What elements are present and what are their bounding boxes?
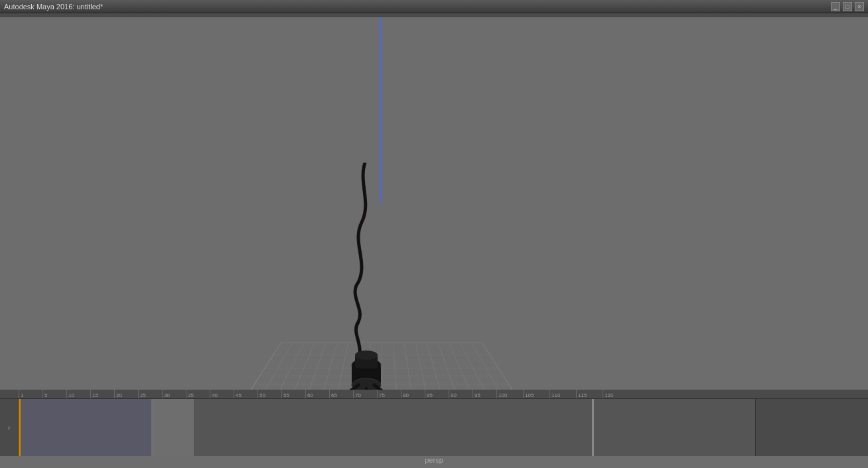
tick-60: 60 (305, 390, 313, 399)
tick-40: 40 (210, 390, 218, 399)
minimize-button[interactable]: _ (831, 2, 840, 11)
tick-100: 100 (496, 390, 507, 399)
time-content: ♪ (0, 399, 868, 456)
tick-50: 50 (257, 390, 265, 399)
time-tracks[interactable] (19, 399, 755, 456)
time-left-controls: ♪ (0, 399, 19, 456)
timeline-range (19, 399, 153, 456)
tick-5: 5 (42, 390, 47, 399)
timeline: 1 5 10 15 20 25 30 35 40 45 50 55 60 65 … (0, 390, 868, 456)
tick-110: 110 (549, 390, 560, 399)
keyframe-range (151, 399, 194, 456)
time-right-controls (755, 399, 868, 456)
tick-35: 35 (186, 390, 194, 399)
end-frame-marker (592, 399, 594, 456)
titlebar: Autodesk Maya 2016: untitled* _ □ × (0, 0, 868, 13)
tick-55: 55 (281, 390, 289, 399)
tick-45: 45 (234, 390, 242, 399)
tick-85: 85 (425, 390, 433, 399)
tick-105: 105 (523, 390, 534, 399)
tick-25: 25 (138, 390, 146, 399)
tick-120: 120 (603, 390, 613, 399)
close-button[interactable]: × (855, 2, 864, 11)
maximize-button[interactable]: □ (843, 2, 852, 11)
persp-label: persp (425, 456, 443, 464)
svg-point-8 (355, 351, 378, 360)
tick-75: 75 (377, 390, 385, 399)
tick-90: 90 (449, 390, 457, 399)
robot-model (312, 163, 418, 415)
app-title: Autodesk Maya 2016: untitled* (4, 3, 103, 11)
tick-95: 95 (472, 390, 480, 399)
time-ruler: 1 5 10 15 20 25 30 35 40 45 50 55 60 65 … (0, 390, 868, 399)
tick-15: 15 (90, 390, 98, 399)
main-area: ↖ ✏ ⊙ ✛ ∿ ⬡ ⬤ ◎ ⊟ ⊕ ⊗ ⊘ ≋ ⊜ ⊝ M View Sha… (0, 41, 868, 390)
tick-20: 20 (114, 390, 122, 399)
tick-70: 70 (353, 390, 361, 399)
window-controls: _ □ × (831, 2, 864, 11)
tick-65: 65 (329, 390, 337, 399)
sound-icon[interactable]: ♪ (0, 424, 18, 431)
tick-30: 30 (162, 390, 170, 399)
current-frame-marker (19, 399, 21, 456)
tick-80: 80 (401, 390, 409, 399)
tick-115: 115 (576, 390, 587, 399)
viewport-area: View Shading Lighting Show Renderer Pane… (19, 41, 755, 390)
tick-1: 1 (19, 390, 23, 399)
tick-10: 10 (66, 390, 74, 399)
